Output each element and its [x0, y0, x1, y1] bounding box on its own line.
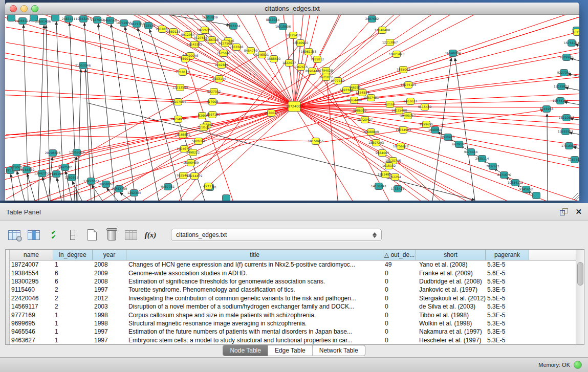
network-node[interactable]: 10653257: [76, 16, 92, 23]
table-cell[interactable]: Nakamura et al. (1997): [416, 328, 486, 335]
table-cell[interactable]: 9777169: [10, 312, 53, 319]
table-row[interactable]: 946362711997Embryonic stem cells: a mode…: [10, 336, 576, 344]
table-cell[interactable]: 0: [383, 295, 416, 302]
table-cell[interactable]: Tibbo et al. (1998): [416, 312, 486, 319]
network-node[interactable]: 10973493: [389, 51, 405, 58]
table-row[interactable]: 1872400712008Changes of HCN gene express…: [10, 260, 576, 269]
tab-node-table[interactable]: Node Table: [223, 345, 268, 356]
network-node[interactable]: 16154: [572, 29, 579, 36]
table-cell[interactable]: Estimation of significance thresholds fo…: [126, 278, 383, 285]
network-node[interactable]: 16782759: [112, 186, 127, 192]
network-node[interactable]: 62160: [385, 101, 395, 108]
network-node[interactable]: 1292344: [127, 190, 141, 196]
select-columns-icon[interactable]: [27, 228, 41, 242]
table-cell[interactable]: Estimation of the future numbers of pati…: [126, 328, 383, 335]
network-window[interactable]: citations_edges.txt 24055724206914062483…: [5, 3, 579, 201]
network-node[interactable]: 9227341: [557, 70, 571, 76]
network-node[interactable]: 8813054: [266, 17, 280, 24]
table-cell[interactable]: 0: [383, 286, 416, 293]
citation-edge-red[interactable]: [294, 15, 579, 106]
column-header-out_de[interactable]: △ out_de...: [383, 250, 416, 260]
table-cell[interactable]: 1: [53, 261, 93, 268]
network-node[interactable]: 1588520: [267, 56, 281, 62]
citation-edge-black[interactable]: [111, 24, 136, 201]
column-header-title[interactable]: title: [126, 250, 383, 260]
citation-edge-red[interactable]: [5, 83, 294, 106]
table-cell[interactable]: Investigating the contribution of common…: [126, 295, 383, 302]
table-cell[interactable]: 0: [383, 303, 416, 310]
rows-icon[interactable]: [66, 228, 80, 242]
network-node[interactable]: 9097587: [58, 164, 72, 171]
table-cell[interactable]: 5.6E-5: [486, 270, 529, 277]
network-node[interactable]: 8471676: [497, 172, 511, 179]
network-node[interactable]: 9457751: [161, 184, 175, 190]
network-node[interactable]: 15720407: [357, 117, 373, 123]
network-node[interactable]: 15692951: [558, 128, 574, 135]
network-node[interactable]: 2718176: [176, 69, 190, 76]
network-node[interactable]: 17016504: [561, 143, 577, 149]
table-cell[interactable]: 0: [383, 320, 416, 327]
table-cell[interactable]: 22420046: [10, 295, 53, 302]
zoom-window-button[interactable]: [31, 5, 38, 12]
table-cell[interactable]: 1997: [93, 337, 126, 344]
column-header-year[interactable]: year: [93, 250, 126, 260]
table-cell[interactable]: 9465546: [10, 328, 53, 335]
table-cell[interactable]: 1997: [93, 328, 126, 335]
citation-edge-red[interactable]: [5, 76, 294, 106]
network-node[interactable]: 6497568: [340, 87, 354, 94]
citation-edge-red[interactable]: [294, 106, 579, 201]
network-node[interactable]: 2803144: [212, 76, 226, 82]
citation-edge-red[interactable]: [294, 106, 579, 186]
table-cell[interactable]: 14569117: [10, 303, 53, 310]
network-node[interactable]: [223, 195, 230, 201]
network-node[interactable]: 6679197: [452, 141, 466, 148]
table-cell[interactable]: 1998: [93, 320, 126, 327]
citation-edge-black[interactable]: [570, 58, 579, 62]
citation-edge-black[interactable]: [547, 114, 548, 201]
table-cell[interactable]: 2012: [93, 295, 126, 302]
network-node[interactable]: 8990448: [306, 68, 319, 75]
delete-table-icon[interactable]: [104, 228, 119, 242]
network-node[interactable]: 15751074: [564, 40, 579, 47]
table-cell[interactable]: 5.3E-5: [486, 286, 529, 293]
network-node[interactable]: 24055724: [15, 18, 31, 25]
table-row[interactable]: 969969511998Structural magnetic resonanc…: [10, 319, 576, 327]
network-node[interactable]: 21053346: [75, 62, 91, 69]
network-node[interactable]: 19654952: [170, 116, 186, 123]
network-node[interactable]: 252254: [389, 174, 401, 181]
network-node[interactable]: [52, 15, 59, 21]
network-node[interactable]: 417008: [207, 99, 219, 105]
network-node[interactable]: 2530021: [265, 110, 278, 117]
table-cell[interactable]: Structural magnetic resonance image aver…: [126, 320, 383, 327]
network-node[interactable]: 19495757: [400, 113, 416, 119]
network-node[interactable]: 7515526: [142, 23, 156, 29]
table-cell[interactable]: 0: [383, 270, 416, 277]
network-node[interactable]: 20206576: [45, 150, 61, 157]
table-cell[interactable]: Changes of HCN gene expression and I(f) …: [126, 261, 383, 268]
minimize-window-button[interactable]: [20, 5, 28, 12]
memory-status-indicator[interactable]: [574, 361, 582, 369]
citation-edge-black[interactable]: [169, 15, 230, 25]
table-cell[interactable]: 2009: [93, 270, 126, 277]
table-cell[interactable]: Tourette syndrome. Phenomenology and cla…: [126, 286, 383, 293]
table-cell[interactable]: Dudbridge et al. (2008): [416, 278, 486, 285]
table-row[interactable]: 1830029562008Estimation of significance …: [10, 277, 576, 286]
table-cell[interactable]: 2: [53, 286, 93, 293]
table-cell[interactable]: 5.3E-5: [486, 328, 529, 335]
column-header-name[interactable]: name: [10, 250, 53, 260]
network-node[interactable]: 8938923: [441, 134, 455, 141]
table-body[interactable]: 1872400712008Changes of HCN gene express…: [10, 260, 576, 344]
new-table-icon[interactable]: [85, 228, 99, 242]
table-cell[interactable]: 2: [53, 295, 93, 302]
table-cell[interactable]: Stergiakouli et al. (2012): [416, 295, 486, 302]
table-cell[interactable]: 5.3E-5: [486, 337, 529, 344]
network-node[interactable]: 16099489: [183, 160, 199, 166]
network-node[interactable]: 8466160: [103, 17, 117, 24]
network-node[interactable]: [8, 15, 15, 21]
table-row[interactable]: 911546021997Tourette syndrome. Phenomeno…: [10, 286, 576, 294]
table-cell[interactable]: 1998: [93, 312, 126, 319]
network-node[interactable]: 7485063: [397, 67, 410, 73]
select-all-checks-icon[interactable]: ✔✔: [46, 228, 60, 242]
network-node[interactable]: 16648784: [445, 50, 461, 57]
table-panel-header[interactable]: Table Panel ✕: [0, 203, 588, 221]
